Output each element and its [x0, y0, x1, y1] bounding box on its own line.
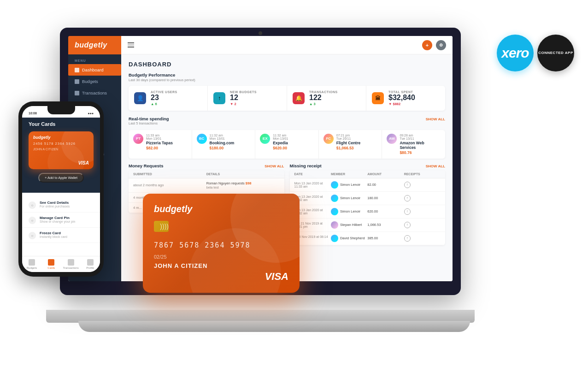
mr-member-2: Simon Lenoir: [331, 208, 367, 215]
kpi-label-users: ACTIVE USERS: [151, 90, 177, 94]
th-receipts: RECEIPTS: [404, 172, 441, 176]
kpi-active-users: 👤 ACTIVE USERS 23 ▲ 6: [129, 86, 208, 111]
txn-amount-1: $180.00: [210, 146, 251, 150]
kpi-section-title: Budgetly Performance: [129, 72, 445, 77]
phone-visa-logo: VISA: [78, 160, 89, 166]
card-details-title: See Card Details: [40, 201, 70, 205]
txn-2: EX 11:32 amMon 13/01 Expedia $620.00: [255, 130, 319, 159]
phone-time: 10:08: [29, 112, 37, 115]
big-card-logo: budgetly: [154, 204, 288, 214]
member-dot-4: [331, 235, 338, 242]
phone-menu-item-0[interactable]: ○ See Card Details For online purchases: [22, 197, 100, 213]
phone-card-area: budgetly 2456 5178 2364 5926 JOHN A CITI…: [22, 131, 100, 193]
money-req-table-head: SUBMITTED DETAILS: [129, 170, 284, 178]
mr-date-2: Mon 13 Jan 2020 at 11:32 am: [294, 208, 331, 215]
big-card-expiry: 02/25: [154, 254, 288, 260]
hamburger-menu[interactable]: [128, 42, 134, 47]
spending-sub: Last 5 transactions: [129, 121, 169, 125]
scene: budgetly MENU Dashboard Budgets Transact…: [0, 0, 588, 367]
page-title: DASHBOARD: [129, 61, 445, 68]
add-button[interactable]: +: [422, 40, 432, 50]
mr-member-3: Stepan Hilbert: [331, 221, 367, 229]
txn-avatar-3: FC: [323, 134, 334, 144]
xero-circle: xero: [497, 35, 534, 71]
mr-receipts-3: ↑: [404, 222, 441, 228]
phone-nav-budgets[interactable]: Budgets: [22, 259, 41, 269]
spending-section-header: Real-time spending Last 5 transactions S…: [129, 116, 445, 128]
txn-name-0: Pizzeria Tapas: [146, 141, 187, 145]
mr-amount-0: 82.00: [367, 183, 404, 187]
upload-icon-4[interactable]: ↑: [404, 235, 411, 242]
phone-bezel: 10:08 ●●● Your Cards budgetly 2456 5178 …: [18, 101, 104, 277]
upload-icon-0[interactable]: ↑: [404, 182, 411, 188]
kpi-delta-budgets: ▼ 2: [230, 102, 257, 106]
phone-menu-items: ○ See Card Details For online purchases …: [22, 193, 100, 256]
sidebar-item-transactions[interactable]: Transactions: [68, 87, 121, 99]
mr-member-4: David Shepherd: [331, 235, 367, 242]
phone-menu-item-2[interactable]: ○ Freeze Card Instantly block card: [22, 228, 100, 243]
missing-receipt-show-all[interactable]: SHOW ALL: [426, 164, 445, 168]
mr-row-4: Fri 8 Nov 2019 at 08:14 am David Shepher…: [290, 232, 446, 245]
txn-amount-4: $80.76: [400, 150, 441, 155]
txn-amount-3: $1,066.53: [336, 146, 377, 150]
kpi-label-spent: TOTAL SPENT: [388, 90, 415, 94]
upload-icon-2[interactable]: ↑: [404, 208, 411, 215]
phone-nav-cards[interactable]: Cards: [41, 259, 61, 269]
kpi-value-budgets: 12: [230, 94, 257, 102]
budgets-icon: [75, 79, 79, 84]
connected-app-label: CONNECTED APP: [538, 51, 573, 55]
phone-bottom-nav: Budgets Cards Transactions Profile: [22, 256, 100, 272]
kpi-value-transactions: 122: [309, 94, 338, 102]
mr-row-2: Mon 13 Jan 2020 at 11:32 am Simon Lenoir…: [290, 205, 446, 219]
txn-time-2: 11:32 amMon 13/01: [273, 134, 314, 140]
kpi-transactions: 🔔 TRANSACTIONS 122 ▲ 3: [287, 86, 366, 111]
member-dot-1: [331, 195, 338, 202]
mr-member-0: Simon Lenoir: [331, 181, 367, 189]
card-pin-icon: ○: [29, 217, 36, 224]
kpi-label-budgets: NEW BUDGETS: [230, 90, 257, 94]
txn-1: BC 11:32 amMon 13/01 Booking.com $180.00: [192, 130, 256, 159]
phone-menu-item-1[interactable]: ○ Manage Card Pin Show or change your pi…: [22, 213, 100, 228]
txn-time-0: 11:33 amMon 13/01: [146, 134, 187, 140]
phone-nav-transactions[interactable]: Transactions: [61, 259, 81, 269]
kpi-total-spent: 🏛 TOTAL SPENT $32,840 ▼ $882: [366, 86, 445, 111]
mr-row-3: Thu 21 Nov 2019 at 07:21 pm Stepan Hilbe…: [290, 219, 446, 232]
member-dot-2: [331, 208, 338, 215]
settings-button[interactable]: ⚙: [436, 40, 446, 50]
upload-icon-1[interactable]: ↑: [404, 195, 411, 201]
mr-receipts-4: ↑: [404, 235, 441, 242]
sidebar-item-dashboard[interactable]: Dashboard: [68, 64, 121, 76]
missing-receipt-header: Missing receipt SHOW ALL: [290, 163, 446, 168]
txn-4: AW 09:28 amTue 13/11 Amazon Web Services…: [382, 130, 445, 159]
budgets-nav-label: Budgets: [27, 266, 37, 269]
spending-show-all[interactable]: SHOW ALL: [426, 117, 445, 121]
missing-receipt-section: Missing receipt SHOW ALL DATE MEMBER AMO…: [290, 163, 446, 245]
sidebar-item-budgets[interactable]: Budgets: [68, 76, 121, 87]
th-amount: AMOUNT: [367, 172, 404, 176]
card-pin-sub: Show or change your pin: [40, 220, 75, 223]
topbar: + ⚙: [121, 36, 453, 54]
spending-title: Real-time spending: [129, 116, 169, 121]
phone-credit-card: budgetly 2456 5178 2364 5926 JOHN A CITI…: [29, 131, 94, 169]
th-details: DETAILS: [206, 172, 280, 176]
kpi-delta-users: ▲ 6: [151, 102, 177, 106]
kpi-icon-budgets: ↑: [213, 92, 225, 104]
mr-receipts-0: ↑: [404, 182, 441, 188]
big-credit-card: budgetly )))) 7867 5678 2364 5978 02/25 …: [143, 194, 300, 293]
transactions-nav-label: Transactions: [63, 266, 79, 269]
money-req-show-all[interactable]: SHOW ALL: [265, 164, 284, 168]
big-card-chip: )))): [154, 221, 169, 232]
big-credit-card-wrapper: budgetly )))) 7867 5678 2364 5978 02/25 …: [143, 194, 300, 293]
phone-header: Your Cards: [22, 118, 100, 131]
phone-nav-profile[interactable]: Profile: [81, 259, 100, 269]
mr-receipts-2: ↑: [404, 208, 441, 215]
kpi-icon-spent: 🏛: [372, 92, 384, 104]
mr-amount-2: 620.00: [367, 209, 404, 213]
card-pin-title: Manage Card Pin: [40, 216, 75, 220]
phone-card-logo: budgetly: [33, 135, 89, 140]
cards-nav-icon: [48, 259, 54, 266]
apple-wallet-button[interactable]: + Add to Apple Wallet: [38, 173, 84, 183]
freeze-card-title: Freeze Card: [40, 231, 67, 235]
txn-name-1: Booking.com: [210, 141, 251, 145]
upload-icon-3[interactable]: ↑: [404, 222, 411, 228]
